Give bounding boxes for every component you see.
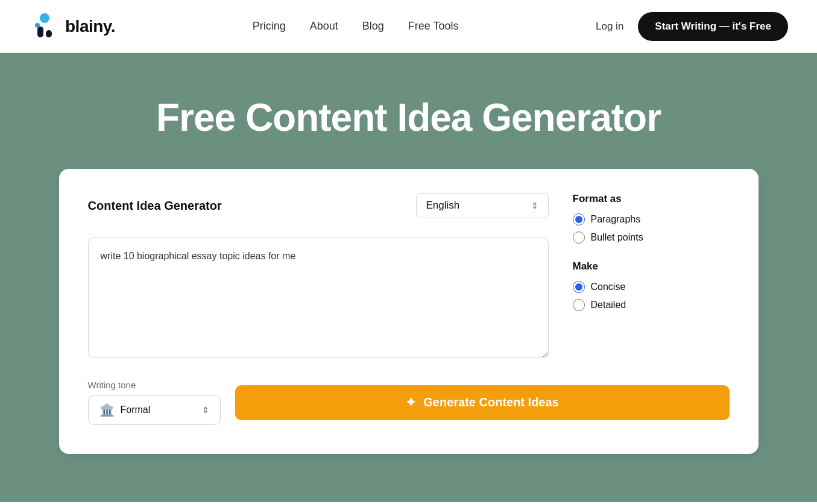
nav-link-about[interactable]: About	[310, 20, 338, 33]
format-bullet-points-label: Bullet points	[591, 232, 643, 243]
make-label: Make	[573, 260, 730, 272]
hero-section: Free Content Idea Generator Content Idea…	[0, 53, 817, 502]
logo-icon	[29, 11, 60, 42]
svg-rect-2	[46, 30, 52, 37]
writing-tone-section: Writing tone 🏛️ Formal ⇕	[88, 380, 221, 425]
card-top: Content Idea Generator English ⇕ write 1…	[88, 193, 730, 361]
navbar: blainy. Pricing About Blog Free Tools Lo…	[0, 0, 817, 53]
format-paragraphs-label: Paragraphs	[591, 214, 641, 225]
content-idea-card: Content Idea Generator English ⇕ write 1…	[59, 169, 759, 454]
svg-rect-1	[37, 27, 43, 37]
format-paragraphs[interactable]: Paragraphs	[573, 213, 730, 225]
make-radio-group: Concise Detailed	[573, 281, 730, 311]
format-paragraphs-radio[interactable]	[573, 213, 585, 225]
tone-emoji: 🏛️	[99, 403, 115, 417]
tone-select-left: 🏛️ Formal	[99, 403, 151, 417]
language-chevron-icon: ⇕	[531, 201, 538, 210]
format-bullet-points[interactable]: Bullet points	[573, 232, 730, 244]
format-bullet-points-radio[interactable]	[573, 232, 585, 244]
make-detailed-radio[interactable]	[573, 299, 585, 311]
start-writing-button[interactable]: Start Writing — it's Free	[638, 12, 788, 41]
nav-link-pricing[interactable]: Pricing	[253, 20, 286, 33]
logo-link[interactable]: blainy.	[29, 11, 115, 42]
nav-links: Pricing About Blog Free Tools	[253, 20, 459, 33]
svg-point-3	[35, 23, 40, 28]
writing-tone-label: Writing tone	[88, 380, 221, 390]
login-link[interactable]: Log in	[596, 20, 623, 33]
language-selected: English	[426, 200, 460, 212]
tone-chevron-icon: ⇕	[202, 405, 209, 415]
make-detailed[interactable]: Detailed	[573, 299, 730, 311]
make-concise-radio[interactable]	[573, 281, 585, 293]
generate-button[interactable]: ✦ Generate Content Ideas	[235, 385, 730, 420]
make-concise[interactable]: Concise	[573, 281, 730, 293]
logo-text: blainy.	[65, 17, 115, 36]
nav-link-free-tools[interactable]: Free Tools	[408, 20, 459, 33]
nav-link-blog[interactable]: Blog	[362, 20, 384, 33]
card-right: Format as Paragraphs Bullet points Make	[573, 193, 730, 328]
card-title: Content Idea Generator	[88, 199, 222, 213]
generate-button-label: Generate Content Ideas	[423, 395, 559, 409]
sparkle-icon: ✦	[405, 395, 416, 411]
hero-title: Free Content Idea Generator	[156, 95, 661, 140]
format-label: Format as	[573, 193, 730, 205]
format-radio-group: Paragraphs Bullet points	[573, 213, 730, 244]
make-detailed-label: Detailed	[591, 300, 626, 310]
language-selector[interactable]: English ⇕	[416, 193, 549, 218]
nav-actions: Log in Start Writing — it's Free	[596, 12, 788, 41]
prompt-textarea[interactable]: write 10 biographical essay topic ideas …	[88, 238, 549, 358]
tone-selected: Formal	[121, 405, 151, 415]
card-header-row: Content Idea Generator English ⇕	[88, 193, 549, 228]
make-concise-label: Concise	[591, 282, 626, 292]
card-bottom: Writing tone 🏛️ Formal ⇕ ✦ Generate Cont…	[88, 380, 730, 425]
card-left: Content Idea Generator English ⇕ write 1…	[88, 193, 549, 361]
svg-point-0	[40, 13, 49, 23]
tone-selector[interactable]: 🏛️ Formal ⇕	[88, 395, 221, 425]
